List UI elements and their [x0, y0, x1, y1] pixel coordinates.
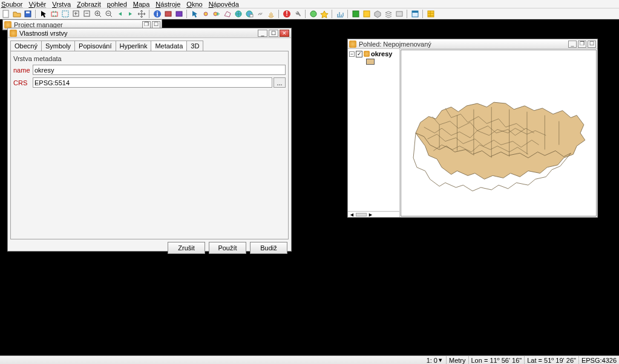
zoom-in-icon[interactable] — [93, 9, 103, 19]
layers-icon[interactable] — [362, 9, 372, 19]
stack2-icon[interactable] — [395, 9, 404, 19]
status-bar: 1: 0▾ Metry Lon = 11º 56' 16" Lat = 51º … — [0, 356, 619, 364]
map-canvas[interactable] — [401, 50, 597, 216]
cancel-button[interactable]: Zrušit — [168, 242, 205, 254]
info-icon[interactable]: i — [152, 9, 162, 19]
toolbar-separator — [149, 10, 150, 18]
save-icon[interactable] — [23, 9, 33, 19]
menu-nastroje[interactable]: Nástroje — [156, 1, 180, 8]
info2-icon[interactable]: ! — [282, 9, 292, 19]
window-maximize-icon[interactable]: ☐ — [588, 41, 596, 48]
project-manager-title: Project manager — [14, 21, 63, 28]
svg-rect-21 — [353, 11, 359, 17]
status-scale[interactable]: 1: 0▾ — [424, 356, 446, 364]
tab-symboly[interactable]: Symboly — [41, 41, 75, 51]
select-rect-icon[interactable] — [61, 9, 70, 19]
tab-obecny[interactable]: Obecný — [10, 41, 42, 51]
ok-button[interactable]: Budiž — [250, 242, 287, 254]
svg-point-13 — [204, 12, 208, 16]
chart-icon[interactable] — [335, 9, 345, 19]
menu-soubor[interactable]: Soubor — [1, 1, 22, 8]
window-minimize-icon[interactable]: _ — [258, 30, 267, 37]
name-input[interactable] — [33, 65, 286, 75]
toolbar-separator — [332, 10, 333, 18]
splitter-handle-icon[interactable] — [356, 213, 367, 216]
menu-vrstva[interactable]: Vrstva — [52, 1, 71, 8]
mapview-titlebar[interactable]: Pohled: Nepojmenovaný _ ❐ ☐ — [348, 39, 597, 49]
zoom-out-icon[interactable] — [104, 9, 114, 19]
status-epsg[interactable]: EPSG:4326 — [578, 356, 619, 364]
window-minimize-icon[interactable]: _ — [568, 41, 577, 48]
svg-rect-12 — [176, 11, 182, 16]
select-poly-icon[interactable] — [223, 9, 232, 19]
name-label: name — [13, 67, 33, 74]
wrench-icon[interactable] — [293, 9, 303, 19]
layer-visible-checkbox[interactable]: ✓ — [356, 51, 362, 57]
window-restore-icon[interactable]: ❐ — [142, 21, 151, 28]
plugin1-icon[interactable] — [309, 9, 318, 19]
tab-metadata[interactable]: Metadata — [151, 41, 187, 51]
dialog-title: Vlastnosti vrstvy — [19, 30, 67, 37]
window-icon[interactable] — [410, 9, 420, 19]
splitter-left-icon[interactable]: ◄ — [349, 212, 355, 218]
menu-pohled[interactable]: pohled — [107, 1, 127, 8]
apply-button[interactable]: Použít — [209, 242, 246, 254]
pan-icon[interactable] — [137, 9, 146, 19]
menu-napoveda[interactable]: Nápověda — [209, 1, 239, 8]
open-icon[interactable] — [12, 9, 22, 19]
toolbar-separator — [278, 10, 280, 18]
zoom-next-icon[interactable] — [126, 9, 136, 19]
crs-browse-button[interactable]: ... — [273, 77, 286, 88]
window-maximize-icon[interactable]: ☐ — [269, 30, 278, 37]
toolbar-separator — [422, 10, 424, 18]
zoom-out-rect-icon[interactable] — [82, 9, 92, 19]
window-restore-icon[interactable]: ❐ — [578, 41, 586, 48]
toolbar-separator — [305, 10, 306, 18]
status-units[interactable]: Metry — [446, 356, 468, 364]
window-close-icon[interactable]: ✕ — [280, 30, 289, 37]
crs-label: CRS — [13, 79, 33, 86]
stack-icon[interactable] — [384, 9, 393, 19]
grid-icon[interactable] — [351, 9, 361, 19]
menu-okno[interactable]: Okno — [186, 1, 202, 8]
splitter-right-icon[interactable]: ► — [368, 212, 373, 218]
window-maximize-icon[interactable]: ☐ — [152, 21, 160, 28]
select-point-icon[interactable] — [201, 9, 211, 19]
tree-collapse-icon[interactable]: − — [349, 51, 355, 57]
tab-3d[interactable]: 3D — [186, 41, 203, 51]
zoom-prev-icon[interactable] — [115, 9, 125, 19]
plugin2-icon[interactable] — [319, 9, 329, 19]
menu-zobrazit[interactable]: Zobrazit — [77, 1, 101, 8]
dialog-titlebar[interactable]: Vlastnosti vrstvy _ ☐ ✕ — [8, 28, 291, 38]
fullextent-icon[interactable] — [50, 9, 59, 19]
menu-mapa[interactable]: Mapa — [133, 1, 150, 8]
hand-icon[interactable] — [266, 9, 276, 19]
crs-input[interactable] — [33, 77, 272, 88]
select-add-icon[interactable] — [212, 9, 221, 19]
tool-b-icon[interactable] — [174, 9, 184, 19]
tab-hyperlink[interactable]: Hyperlink — [116, 41, 152, 51]
svg-rect-11 — [165, 11, 171, 16]
toolbar-separator — [407, 10, 408, 18]
app-icon — [349, 41, 356, 48]
toc-splitter[interactable]: ◄ ► — [348, 211, 399, 217]
new-icon[interactable] — [1, 9, 11, 19]
metadata-panel: Vrstva metadata name CRS ... — [10, 51, 289, 239]
zoom-in-rect-icon[interactable] — [71, 9, 81, 19]
table-icon[interactable] — [426, 9, 436, 19]
tool-a-icon[interactable] — [163, 9, 173, 19]
select-arrow-icon[interactable] — [190, 9, 200, 19]
cube-icon[interactable] — [373, 9, 382, 19]
cursor-icon[interactable] — [39, 9, 48, 19]
dropdown-icon[interactable]: ▾ — [437, 356, 444, 364]
svg-rect-4 — [62, 11, 68, 17]
svg-text:i: i — [156, 10, 158, 18]
workspace: Project manager ❐ ☐ Vlastnosti vrstvy _ … — [0, 19, 619, 356]
link-icon[interactable] — [255, 9, 265, 19]
globe-layer-icon[interactable] — [244, 9, 254, 19]
globe-icon[interactable] — [234, 9, 243, 19]
layer-symbol-swatch[interactable] — [366, 59, 375, 65]
layer-name[interactable]: okresy — [371, 50, 392, 57]
tab-popisovani[interactable]: Popisování — [74, 41, 116, 51]
menu-vyber[interactable]: Výběr — [28, 1, 46, 8]
